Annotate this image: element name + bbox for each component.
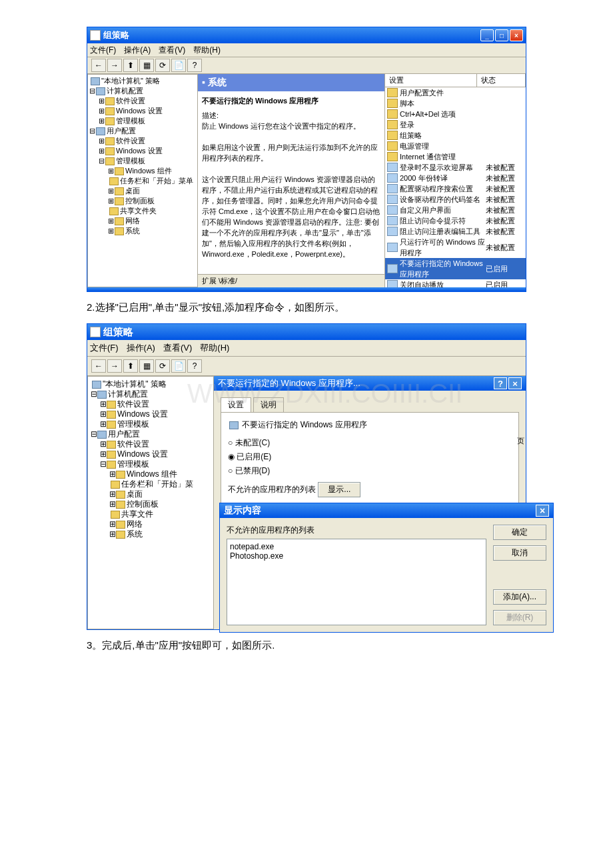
show-dialog-title: 显示内容 <box>224 505 534 517</box>
forward-button[interactable]: → <box>107 359 122 373</box>
tab-bar[interactable]: 扩展 \标准/ <box>198 274 384 287</box>
toolbar: ← → ⬆ ▦ ⟳ 📄 ? <box>87 57 526 74</box>
help-button[interactable]: ? <box>187 59 202 72</box>
window-title: 组策略 <box>103 29 480 41</box>
titlebar-2[interactable]: 组策略 <box>87 324 526 340</box>
menu-action[interactable]: 操作(A) <box>127 342 155 354</box>
menu-file[interactable]: 文件(F) <box>90 342 119 354</box>
policy-name: 不要运行指定的 Windows 应用程序 <box>242 420 366 429</box>
tree-view[interactable]: "本地计算机" 策略 ⊟计算机配置 ⊞软件设置 ⊞Windows 设置 ⊞管理模… <box>87 74 198 287</box>
setting-row[interactable]: 2000 年份转译未被配置 <box>385 173 526 183</box>
setting-row[interactable]: 只运行许可的 Windows 应用程序未被配置 <box>385 237 526 258</box>
ok-button[interactable]: 确定 <box>493 525 546 540</box>
up-button[interactable]: ⬆ <box>123 59 138 72</box>
description-pane: ▪ 系统 不要运行指定的 Windows 应用程序 描述: 防止 Windows… <box>198 74 385 287</box>
setting-row[interactable]: 自定义用户界面未被配置 <box>385 205 526 215</box>
back-button[interactable]: ← <box>91 359 106 373</box>
show-contents-dialog: 显示内容 × 不允许的应用程序的列表 notepad.exe Photoshop… <box>219 503 554 633</box>
setting-row[interactable]: 登录时不显示欢迎屏幕未被配置 <box>385 162 526 173</box>
list-item[interactable]: Photoshop.exe <box>230 551 483 561</box>
desc-para3: 这个设置只阻止用户运行 Windows 资源管理器启动的程序，不阻止用户运行由系… <box>202 174 380 259</box>
tree-view-2[interactable]: "本地计算机" 策略 ⊟计算机配置 ⊞软件设置 ⊞Windows 设置 ⊞管理模… <box>87 376 214 629</box>
menu-action[interactable]: 操作(A) <box>124 45 151 56</box>
refresh-button[interactable]: ⟳ <box>155 359 170 373</box>
desc-para2: 如果启用这个设置，用户则无法运行添加到不允许的应用程序列表的程序。 <box>202 142 380 163</box>
col-setting[interactable]: 设置 <box>385 74 477 87</box>
export-button[interactable]: 📄 <box>171 359 186 373</box>
policy-title: 不要运行指定的 Windows 应用程序 <box>202 95 380 106</box>
dialog-title: 不要运行指定的 Windows 应用程序... <box>218 377 492 389</box>
maximize-button[interactable]: □ <box>495 29 508 41</box>
remove-button[interactable]: 删除(R) <box>493 610 546 625</box>
setting-row[interactable]: Ctrl+Alt+Del 选项 <box>385 109 526 119</box>
radio-disabled[interactable]: ○ 已禁用(D) <box>228 465 512 477</box>
settings-list[interactable]: 设置 状态 用户配置文件脚本Ctrl+Alt+Del 选项登录组策略电源管理In… <box>385 74 526 287</box>
list-label: 不允许的应用程序的列表 <box>228 485 316 494</box>
category-header: ▪ 系统 <box>198 74 384 91</box>
tab-settings[interactable]: 设置 <box>221 397 251 412</box>
minimize-button[interactable]: _ <box>480 29 494 41</box>
list-label: 不允许的应用程序的列表 <box>227 525 486 536</box>
close-button[interactable]: × <box>536 505 549 517</box>
window-title: 组策略 <box>103 326 523 339</box>
menu-file[interactable]: 文件(F) <box>90 45 116 56</box>
desc-label: 描述: <box>202 110 380 121</box>
refresh-button[interactable]: ⟳ <box>155 59 170 72</box>
setting-row[interactable]: 阻止访问注册表编辑工具未被配置 <box>385 226 526 237</box>
setting-row[interactable]: 阻止访问命令提示符未被配置 <box>385 215 526 226</box>
add-button[interactable]: 添加(A)... <box>493 589 546 605</box>
col-state[interactable]: 状态 <box>477 74 526 87</box>
help-button[interactable]: ? <box>494 377 507 389</box>
setting-row[interactable]: 脚本 <box>385 98 526 109</box>
list-item[interactable]: notepad.exe <box>230 542 483 551</box>
group-policy-window-1: 组策略 _ □ × 文件(F) 操作(A) 查看(V) 帮助(H) ← → ⬆ … <box>87 27 526 292</box>
setting-row[interactable]: 配置驱动程序搜索位置未被配置 <box>385 183 526 194</box>
app-listbox[interactable]: notepad.exe Photoshop.exe <box>227 539 486 625</box>
close-button[interactable]: × <box>508 377 522 389</box>
titlebar[interactable]: 组策略 _ □ × <box>87 27 526 43</box>
setting-row[interactable]: 登录 <box>385 119 526 130</box>
export-button[interactable]: 📄 <box>171 59 186 72</box>
cancel-button[interactable]: 取消 <box>493 545 546 561</box>
policy-properties-dialog: 不要运行指定的 Windows 应用程序... ? × WWW.ZDXIII.C… <box>214 376 526 629</box>
close-button[interactable]: × <box>510 29 523 41</box>
app-icon <box>90 327 101 337</box>
step-2-caption: 2.选择"已启用",单击"显示"按钮,添加程序命令，如图所示。 <box>87 301 526 314</box>
setting-row[interactable]: 不要运行指定的 Windows 应用程序已启用 <box>385 258 526 279</box>
policy-icon <box>229 421 239 429</box>
setting-row[interactable]: 设备驱动程序的代码签名未被配置 <box>385 194 526 205</box>
setting-row[interactable]: 电源管理 <box>385 141 526 151</box>
app-icon <box>90 30 101 41</box>
setting-row[interactable]: Internet 通信管理 <box>385 151 526 162</box>
menu-view[interactable]: 查看(V) <box>163 342 192 354</box>
desc-body: 防止 Windows 运行您在这个设置中指定的程序。 <box>202 121 380 131</box>
tab-explain[interactable]: 说明 <box>253 397 284 412</box>
menu-view[interactable]: 查看(V) <box>159 45 185 56</box>
group-policy-window-2: 组策略 文件(F) 操作(A) 查看(V) 帮助(H) ← → ⬆ ▦ ⟳ 📄 … <box>87 323 526 630</box>
menubar: 文件(F) 操作(A) 查看(V) 帮助(H) <box>87 43 526 57</box>
props-button[interactable]: ▦ <box>139 59 154 72</box>
setting-row[interactable]: 用户配置文件 <box>385 87 526 98</box>
back-button[interactable]: ← <box>91 59 106 72</box>
menu-help[interactable]: 帮助(H) <box>200 342 229 354</box>
help-button[interactable]: ? <box>187 359 202 373</box>
show-button[interactable]: 显示... <box>318 482 360 497</box>
menu-help[interactable]: 帮助(H) <box>193 45 221 56</box>
radio-enabled[interactable]: ◉ 已启用(E) <box>228 451 512 463</box>
radio-not-configured[interactable]: ○ 未配置(C) <box>228 437 512 449</box>
setting-row[interactable]: 关闭自动播放已启用 <box>385 279 526 287</box>
forward-button[interactable]: → <box>107 59 122 72</box>
step-3-caption: 3。完成后,单击"应用"按钮即可，如图所示. <box>87 639 526 652</box>
setting-row[interactable]: 组策略 <box>385 130 526 141</box>
up-button[interactable]: ⬆ <box>123 359 138 373</box>
props-button[interactable]: ▦ <box>139 359 154 373</box>
